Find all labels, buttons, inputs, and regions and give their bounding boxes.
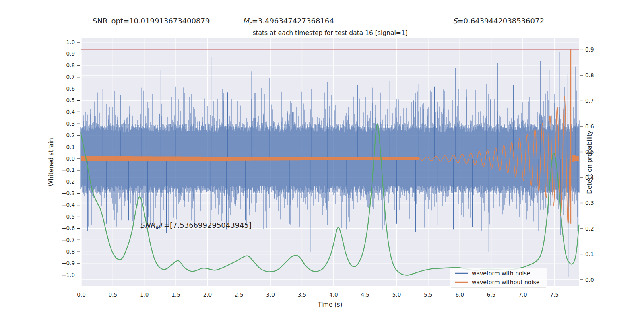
right-tick-label: 0.0 <box>585 277 594 283</box>
right-tick-label: 0.1 <box>585 251 594 257</box>
x-tick-label: 7.0 <box>518 291 527 298</box>
left-tick-label: 0.7 <box>66 74 75 80</box>
left-tick-label: −0.5 <box>62 213 75 220</box>
legend-label-noise: waveform with noise <box>472 270 530 277</box>
left-tick-label: −0.9 <box>62 260 75 266</box>
plot-subtitle: stats at each timestep for test data 16 … <box>252 29 407 37</box>
left-axis-tick-labels: 1.00.90.80.70.60.50.40.30.20.10.0−0.1−0.… <box>62 39 75 278</box>
right-tick-label: 0.8 <box>585 72 594 78</box>
left-tick-label: −0.7 <box>62 237 75 243</box>
left-tick-label: 1.0 <box>66 39 75 45</box>
x-tick-label: 4.0 <box>329 291 338 298</box>
right-tick-label: 0.3 <box>585 200 594 206</box>
x-tick-label: 4.5 <box>361 291 369 298</box>
x-tick-label: 2.0 <box>203 291 212 298</box>
left-tick-label: −0.6 <box>62 225 75 231</box>
x-tick-label: 6.0 <box>455 291 464 298</box>
legend: waveform with noise waveform without noi… <box>450 268 547 287</box>
right-tick-label: 0.2 <box>585 225 594 232</box>
x-axis-tick-labels: 0.00.51.01.52.02.53.03.54.04.55.05.56.06… <box>77 291 559 298</box>
right-axis-label: Detection probability <box>586 130 593 194</box>
left-tick-label: −0.1 <box>62 167 75 173</box>
x-tick-label: 5.5 <box>424 291 432 298</box>
title-left: SNR_opt=10.019913673400879 <box>93 17 210 25</box>
right-tick-label: 0.9 <box>585 46 594 53</box>
left-tick-label: 0.4 <box>66 109 75 115</box>
left-tick-label: 0.1 <box>66 144 75 150</box>
left-tick-label: −0.8 <box>62 248 75 255</box>
left-tick-label: −0.2 <box>62 178 75 185</box>
x-tick-label: 1.0 <box>140 291 149 298</box>
x-tick-label: 0.5 <box>109 291 117 298</box>
left-tick-label: −0.3 <box>62 190 75 196</box>
left-tick-label: −0.4 <box>62 202 75 208</box>
x-tick-label: 3.5 <box>298 291 306 298</box>
x-axis-label: Time (s) <box>318 301 343 308</box>
right-tick-label: 0.7 <box>585 97 594 104</box>
left-tick-label: 0.8 <box>66 62 75 68</box>
x-tick-label: 2.5 <box>235 291 243 298</box>
chart-figure: 0.00.51.01.52.02.53.03.54.04.55.05.56.06… <box>0 0 644 322</box>
x-tick-label: 5.0 <box>392 291 401 298</box>
x-tick-label: 1.5 <box>171 291 180 298</box>
left-tick-label: 0.9 <box>66 50 75 57</box>
left-tick-label: 0.6 <box>66 85 75 92</box>
x-tick-label: 7.5 <box>550 291 559 298</box>
left-tick-label: 0.3 <box>66 120 75 127</box>
x-tick-label: 3.0 <box>266 291 275 298</box>
left-tick-label: 0.2 <box>66 132 75 138</box>
x-tick-label: 0.0 <box>77 291 85 298</box>
right-tick-label: 0.6 <box>585 123 594 130</box>
left-tick-label: −1.0 <box>62 272 75 278</box>
left-tick-label: 0.0 <box>66 155 75 162</box>
left-tick-label: 0.5 <box>66 97 75 103</box>
title-right: S=0.6439442038536072 <box>453 17 544 25</box>
x-tick-label: 6.5 <box>487 291 495 298</box>
left-axis-label: Whitened strain <box>47 138 55 186</box>
title-center: Mc=3.496347427368164 <box>243 17 334 26</box>
legend-label-signal: waveform without noise <box>472 279 539 285</box>
